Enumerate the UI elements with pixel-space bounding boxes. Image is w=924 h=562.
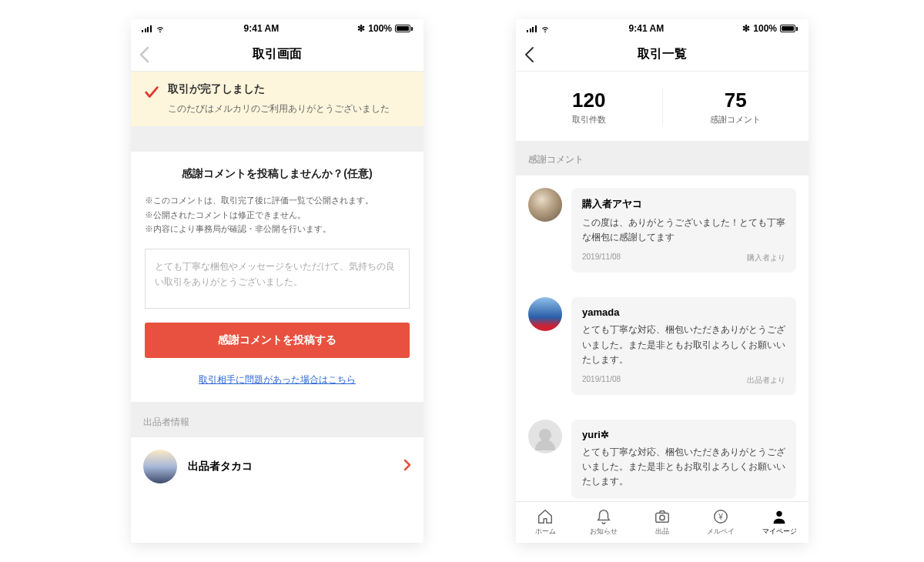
tab-home[interactable]: ホーム [516,502,574,543]
note-line: ※公開されたコメントは修正できません。 [145,208,410,222]
svg-rect-0 [656,513,669,522]
tab-label: メルペイ [707,527,735,537]
comment-date: 2019/11/08 [582,253,621,263]
note-line: ※このコメントは、取引完了後に評価一覧で公開されます。 [145,193,410,208]
stats-row: 120 取引件数 75 感謝コメント [516,72,808,141]
bluetooth-icon: ✻ [742,23,750,34]
status-time: 9:41 AM [244,23,280,34]
status-time: 9:41 AM [629,23,665,34]
commenter-name: 購入者アヤコ [582,197,785,211]
comments-feed[interactable]: 購入者アヤコ この度は、ありがとうございました！とても丁寧な梱包に感謝してます … [516,176,808,501]
signal-icon [142,25,152,32]
thanks-section-label: 感謝コメント [516,141,808,176]
seller-avatar [143,450,177,483]
commenter-avatar [528,297,562,331]
wifi-icon [155,23,166,34]
note-line: ※内容により事務局が確認・非公開を行います。 [145,222,410,236]
report-problem-link[interactable]: 取引相手に問題があった場合はこちら [199,374,356,385]
nav-header: 取引画面 [131,38,424,72]
check-icon [143,84,160,104]
stat-transactions: 120 取引件数 [516,89,663,125]
banner-subtitle: このたびはメルカリのご利用ありがとうございました [168,102,390,115]
svg-point-4 [776,511,782,517]
stat-number: 75 [663,89,809,112]
tab-label: ホーム [535,527,556,537]
stat-number: 120 [516,89,662,112]
tab-sell[interactable]: 出品 [633,502,691,543]
section-divider [131,127,424,152]
comment-body: とても丁寧な対応、梱包いただきありがとうございました。また是非ともお取引よろしく… [582,445,785,490]
status-bar: 9:41 AM ✻ 100% [516,19,808,38]
back-button[interactable] [139,38,149,71]
comment-heading: 感謝コメントを投稿しませんか？(任意) [145,167,410,181]
tab-notice[interactable]: お知らせ [574,502,633,543]
battery-icon [395,25,413,32]
commenter-name: yuri✲ [582,429,785,440]
commenter-avatar [528,188,562,222]
comment-date: 2019/11/08 [582,375,621,386]
stat-thanks: 75 感謝コメント [663,89,809,125]
comment-body: この度は、ありがとうございました！とても丁寧な梱包に感謝してます [582,216,785,245]
battery-percent: 100% [753,23,777,34]
comment-card[interactable]: yamada とても丁寧な対応、梱包いただきありがとうございました。また是非とも… [516,285,808,407]
commenter-name: yamada [582,306,785,318]
chevron-right-icon [403,459,411,475]
nav-header: 取引一覧 [516,38,808,72]
bluetooth-icon: ✻ [357,23,365,34]
commenter-avatar [528,420,562,453]
comment-notes: ※このコメントは、取引完了後に評価一覧で公開されます。 ※公開されたコメントは修… [145,193,410,236]
comment-input[interactable]: とても丁寧な梱包やメッセージをいただけて、気持ちの良い取引をありがとうございまし… [145,249,410,309]
submit-comment-button[interactable]: 感謝コメントを投稿する [145,323,410,358]
svg-text:¥: ¥ [718,513,723,521]
seller-row[interactable]: 出品者タカコ [131,437,424,496]
comment-role: 出品者より [747,375,785,386]
seller-name: 出品者タカコ [188,460,393,473]
comment-body: とても丁寧な対応、梱包いただきありがとうございました。また是非ともお取引よろしく… [582,323,785,367]
comment-bubble: yamada とても丁寧な対応、梱包いただきありがとうございました。また是非とも… [571,297,796,395]
seller-section-label: 出品者情報 [131,402,424,437]
tab-label: 出品 [655,527,669,537]
svg-point-1 [660,515,665,520]
comment-card[interactable]: yuri✲ とても丁寧な対応、梱包いただきありがとうございました。また是非ともお… [516,407,808,501]
comment-card[interactable]: 購入者アヤコ この度は、ありがとうございました！とても丁寧な梱包に感謝してます … [516,176,808,285]
status-bar: 9:41 AM ✻ 100% [131,19,424,38]
phone-transaction-screen: 9:41 AM ✻ 100% 取引画面 取引が完了しました このたびはメルカリの… [131,19,424,543]
comment-role: 購入者より [747,253,785,263]
tab-bar: ホーム お知らせ 出品 ¥ メルペイ マイページ [516,501,808,543]
completion-banner: 取引が完了しました このたびはメルカリのご利用ありがとうございました [131,72,424,127]
back-button[interactable] [524,38,534,71]
page-title: 取引一覧 [638,46,687,62]
battery-icon [780,25,798,32]
tab-merpay[interactable]: ¥ メルペイ [691,502,750,543]
stat-label: 感謝コメント [663,114,809,125]
stat-label: 取引件数 [516,114,662,125]
page-title: 取引画面 [253,46,302,62]
tab-label: お知らせ [590,527,618,537]
tab-mypage[interactable]: マイページ [750,502,808,543]
comment-bubble: 購入者アヤコ この度は、ありがとうございました！とても丁寧な梱包に感謝してます … [571,188,796,273]
tab-label: マイページ [762,527,797,537]
wifi-icon [540,23,551,34]
battery-percent: 100% [368,23,392,34]
comment-bubble: yuri✲ とても丁寧な対応、梱包いただきありがとうございました。また是非ともお… [571,420,796,499]
thanks-comment-section: 感謝コメントを投稿しませんか？(任意) ※このコメントは、取引完了後に評価一覧で… [131,152,424,402]
phone-transaction-list: 9:41 AM ✻ 100% 取引一覧 120 取引件数 75 感謝コメント 感… [516,19,808,543]
signal-icon [527,25,537,32]
banner-title: 取引が完了しました [168,82,390,96]
